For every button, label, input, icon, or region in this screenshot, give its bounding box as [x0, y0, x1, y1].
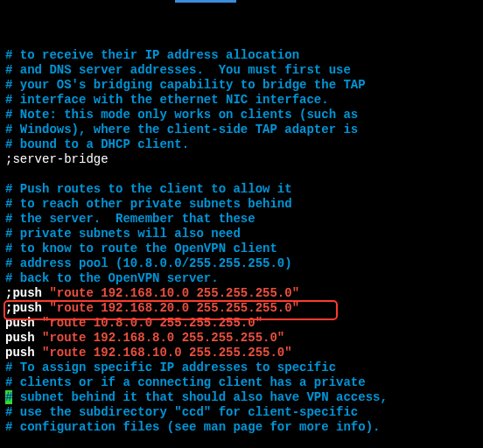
code-segment: # and DNS server addresses. You must fir… — [5, 63, 351, 77]
code-segment: # to receive their IP address allocation — [5, 48, 299, 62]
code-segment: "route 192.168.20.0 255.255.255.0" — [49, 301, 299, 315]
code-segment: # private subnets will also need — [5, 227, 241, 241]
terminal-viewport[interactable]: # to receive their IP address allocation… — [0, 0, 483, 448]
code-line: # bound to a DHCP client. — [5, 137, 478, 152]
code-segment: push — [5, 316, 42, 330]
code-segment: # bound to a DHCP client. — [5, 137, 189, 151]
code-segment: # clients or if a connecting client has … — [5, 375, 366, 389]
code-segment: # to know to route the OpenVPN client — [5, 242, 277, 256]
code-line: # subnet behind it that should also have… — [5, 390, 478, 405]
code-line: # your OS's bridging capability to bridg… — [5, 78, 478, 93]
code-line: push "route 192.168.10.0 255.255.255.0" — [5, 346, 478, 360]
code-segment: # configuration files (see man page for … — [5, 420, 380, 434]
code-line: # Note: this mode only works on clients … — [5, 108, 478, 122]
code-line: # and DNS server addresses. You must fir… — [5, 63, 478, 78]
code-line — [5, 167, 478, 182]
code-line: # back to the OpenVPN server. — [5, 271, 478, 286]
code-line: # to receive their IP address allocation — [5, 48, 478, 63]
code-segment: # the server. Remember that these — [5, 212, 256, 226]
code-line: ;server-bridge — [5, 152, 478, 167]
code-line: # to reach other private subnets behind — [5, 197, 478, 212]
code-segment: ;push — [5, 301, 49, 315]
code-lines-container: # to receive their IP address allocation… — [5, 48, 478, 435]
code-segment: # Windows), where the client-side TAP ad… — [5, 122, 358, 136]
code-line: # configuration files (see man page for … — [5, 420, 478, 435]
code-line: # the server. Remember that these — [5, 212, 478, 227]
code-segment: # your OS's bridging capability to bridg… — [5, 78, 366, 92]
code-line: # Windows), where the client-side TAP ad… — [5, 122, 478, 137]
code-segment: "route 192.168.8.0 255.255.255.0" — [42, 331, 284, 345]
code-segment: "route 10.8.0.0 255.255.255.0" — [42, 316, 262, 330]
code-segment: push — [5, 331, 42, 345]
code-segment: ;server-bridge — [5, 152, 108, 166]
code-segment: # back to the OpenVPN server. — [5, 271, 219, 285]
code-segment: # Note: this mode only works on clients … — [5, 108, 358, 122]
code-line: # To assign specific IP addresses to spe… — [5, 360, 478, 375]
code-line: ;push "route 192.168.10.0 255.255.255.0" — [5, 286, 478, 301]
code-line: # to know to route the OpenVPN client — [5, 242, 478, 256]
code-segment: # interface with the ethernet NIC interf… — [5, 93, 329, 107]
code-segment: # To assign specific IP addresses to spe… — [5, 360, 336, 374]
code-segment: # address pool (10.8.0.0/255.255.255.0) — [5, 256, 292, 270]
code-segment: subnet behind it that should also have V… — [12, 390, 387, 404]
code-segment: ;push — [5, 286, 49, 300]
code-line: # address pool (10.8.0.0/255.255.255.0) — [5, 256, 478, 271]
top-accent — [175, 0, 236, 3]
code-segment: # to reach other private subnets behind — [5, 197, 292, 211]
code-line: push "route 192.168.8.0 255.255.255.0" — [5, 331, 478, 346]
code-line: # Push routes to the client to allow it — [5, 182, 478, 197]
code-line: # interface with the ethernet NIC interf… — [5, 93, 478, 108]
code-line: ;push "route 192.168.20.0 255.255.255.0" — [5, 301, 478, 316]
code-segment: push — [5, 346, 42, 360]
code-segment: # use the subdirectory "ccd" for client-… — [5, 405, 358, 419]
code-segment: "route 192.168.10.0 255.255.255.0" — [42, 346, 292, 360]
code-segment: "route 192.168.10.0 255.255.255.0" — [49, 286, 299, 300]
code-line: # use the subdirectory "ccd" for client-… — [5, 405, 478, 420]
code-line: # clients or if a connecting client has … — [5, 375, 478, 390]
code-line: # private subnets will also need — [5, 227, 478, 242]
code-line: push "route 10.8.0.0 255.255.255.0" — [5, 316, 478, 331]
code-segment: # Push routes to the client to allow it — [5, 182, 292, 196]
